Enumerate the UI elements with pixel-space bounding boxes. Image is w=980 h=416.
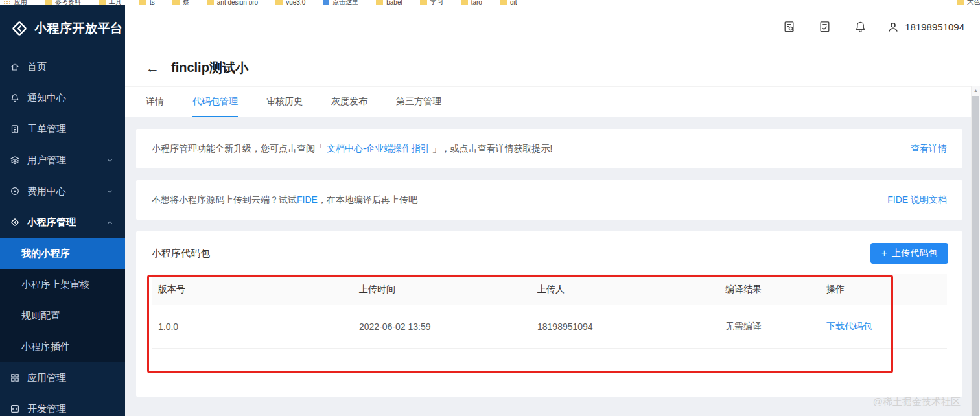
- cell-uploader: 18198951094: [531, 321, 719, 332]
- folder-icon: [99, 0, 106, 5]
- page-header: ← finclip测试小 详情 代码包管理 审核历史 灰度发布 第三方管理: [125, 49, 980, 117]
- tab-code-package[interactable]: 代码包管理: [192, 87, 238, 117]
- folder-icon: [275, 0, 283, 5]
- folder-icon: [172, 0, 180, 5]
- folder-icon: [45, 0, 52, 5]
- bookmark-item[interactable]: 点击这里: [323, 0, 358, 5]
- user-icon: [887, 21, 900, 34]
- col-compile-result: 编译结果: [719, 284, 820, 295]
- topbar: 18198951094: [125, 5, 980, 49]
- sidebar-subitem-listing-review[interactable]: 小程序上架审核: [0, 269, 125, 300]
- grid-icon: [10, 373, 20, 383]
- bookmark-item[interactable]: 参考资料: [45, 0, 81, 5]
- sidebar-subitem-my-miniapps[interactable]: 我的小程序: [0, 238, 125, 269]
- code-package-card: 小程序代码包 + 上传代码包 版本号 上传时间 上传人 编译结果 操作: [136, 231, 962, 397]
- sidebar-nav: 首页 通知中心 工单管理 用户管理 费用中心 小程序管: [0, 51, 125, 416]
- col-version: 版本号: [152, 284, 353, 295]
- home-icon: [10, 62, 20, 72]
- miniapp-icon: [10, 217, 20, 227]
- tab-bar: 详情 代码包管理 审核历史 灰度发布 第三方管理: [125, 86, 980, 117]
- chevron-down-icon: [106, 157, 113, 164]
- apps-grid-icon: [4, 1, 11, 4]
- upload-package-button[interactable]: + 上传代码包: [870, 243, 948, 264]
- folder-icon: [420, 0, 427, 5]
- fide-link[interactable]: FIDE: [297, 194, 318, 205]
- bookmark-item[interactable]: babel: [376, 0, 402, 5]
- bookmark-item[interactable]: vue3.0: [275, 0, 305, 5]
- folder-icon: [461, 0, 468, 5]
- finclip-logo-icon: [10, 19, 29, 38]
- content: ← finclip测试小 详情 代码包管理 审核历史 灰度发布 第三方管理 小程…: [125, 49, 980, 416]
- bookmark-item[interactable]: 工具: [99, 0, 122, 5]
- col-actions: 操作: [820, 284, 947, 295]
- sidebar: 小程序开放平台 首页 通知中心 工单管理 用户管理 费用中心: [0, 5, 125, 416]
- sidebar-item-home[interactable]: 首页: [0, 51, 125, 82]
- folder-icon: [500, 0, 507, 5]
- upgrade-notice-banner: 小程序管理功能全新升级，您可点击查阅「 文档中心-企业端操作指引 」，或点击查看…: [136, 129, 962, 168]
- work-order-icon: [10, 124, 20, 134]
- bookmark-item[interactable]: [939, 0, 939, 5]
- main-area: 18198951094 ← finclip测试小 详情 代码包管理 审核历史 灰…: [125, 5, 980, 416]
- bookmark-label: 应用: [14, 0, 27, 5]
- vertical-scrollbar[interactable]: ▲: [971, 86, 980, 416]
- folder-icon: [139, 0, 146, 5]
- fee-icon: [10, 186, 20, 196]
- bookmark-item[interactable]: 察: [172, 0, 189, 5]
- back-arrow-icon[interactable]: ←: [146, 61, 159, 75]
- scrollbar-up-arrow-icon[interactable]: ▲: [972, 86, 980, 95]
- chevron-down-icon: [106, 188, 113, 195]
- bookmark-item[interactable]: ant design pro: [207, 0, 258, 5]
- platform-logo: 小程序开放平台: [0, 5, 125, 51]
- account-chip[interactable]: 18198951094: [887, 21, 964, 34]
- bookmark-apps[interactable]: 应用: [4, 0, 27, 5]
- account-phone: 18198951094: [905, 21, 964, 32]
- audit-search-icon[interactable]: [782, 20, 796, 34]
- package-table: 版本号 上传时间 上传人 编译结果 操作 1.0.0 2022-06-02 13…: [152, 274, 947, 349]
- watermark: @稀土掘金技术社区: [873, 396, 961, 408]
- tab-details[interactable]: 详情: [146, 87, 164, 117]
- sidebar-item-work-orders[interactable]: 工单管理: [0, 113, 125, 144]
- fide-doc-link[interactable]: FIDE 说明文档: [887, 194, 947, 206]
- sidebar-item-dev-management[interactable]: 开发管理: [0, 393, 125, 416]
- view-details-link[interactable]: 查看详情: [911, 143, 947, 155]
- sidebar-subitem-miniapp-plugins[interactable]: 小程序插件: [0, 331, 125, 362]
- sidebar-item-notification-center[interactable]: 通知中心: [0, 82, 125, 113]
- banner-text: 小程序管理功能全新升级，您可点击查阅「 文档中心-企业端操作指引 」，或点击查看…: [152, 143, 552, 155]
- bookmark-item[interactable]: 学习: [420, 0, 443, 5]
- browser-bookmarks-bar: 应用 参考资料 工具 ts 察 ant design pro vue3.0 点击…: [0, 0, 980, 5]
- sidebar-item-miniapp-management[interactable]: 小程序管理: [0, 207, 125, 238]
- order-list-icon[interactable]: [818, 20, 832, 34]
- cell-compile-result: 无需编译: [719, 321, 820, 332]
- tab-gray-release[interactable]: 灰度发布: [331, 87, 368, 117]
- code-icon: [10, 404, 20, 414]
- bookmark-item[interactable]: git: [500, 0, 517, 5]
- folder-icon: [376, 0, 383, 5]
- col-upload-time: 上传时间: [353, 284, 531, 295]
- doc-center-link[interactable]: 文档中心-企业端操作指引: [327, 143, 430, 154]
- bookmark-item[interactable]: taro: [461, 0, 482, 5]
- fide-notice-banner: 不想将小程序源码上传到云端？试试FIDE，在本地编译后再上传吧 FIDE 说明文…: [136, 180, 962, 220]
- table-row: 1.0.0 2022-06-02 13:59 18198951094 无需编译 …: [152, 305, 947, 349]
- banner-text: 不想将小程序源码上传到云端？试试FIDE，在本地编译后再上传吧: [152, 194, 417, 206]
- download-package-link[interactable]: 下载代码包: [820, 321, 947, 332]
- table-header-row: 版本号 上传时间 上传人 编译结果 操作: [152, 274, 947, 305]
- sidebar-item-fee-center[interactable]: 费用中心: [0, 176, 125, 207]
- bell-icon: [10, 93, 20, 103]
- tab-review-history[interactable]: 审核历史: [266, 87, 303, 117]
- divider: [939, 0, 939, 5]
- notification-bell-icon[interactable]: [854, 20, 867, 34]
- sidebar-subitem-rule-config[interactable]: 规则配置: [0, 300, 125, 331]
- bookmark-item[interactable]: ts: [139, 0, 155, 5]
- chevron-up-icon: [106, 219, 113, 226]
- scrollbar-thumb[interactable]: [972, 96, 979, 416]
- sidebar-item-app-management[interactable]: 应用管理: [0, 362, 125, 393]
- folder-icon: [957, 0, 964, 5]
- page-title: finclip测试小: [171, 59, 248, 76]
- tab-third-party[interactable]: 第三方管理: [396, 87, 441, 117]
- cell-version: 1.0.0: [152, 321, 353, 332]
- bookmark-item[interactable]: 大色: [957, 0, 980, 5]
- sidebar-item-user-management[interactable]: 用户管理: [0, 144, 125, 176]
- cell-upload-time: 2022-06-02 13:59: [353, 321, 531, 332]
- shield-icon: [323, 0, 329, 5]
- miniapp-submenu: 我的小程序 小程序上架审核 规则配置 小程序插件: [0, 238, 125, 362]
